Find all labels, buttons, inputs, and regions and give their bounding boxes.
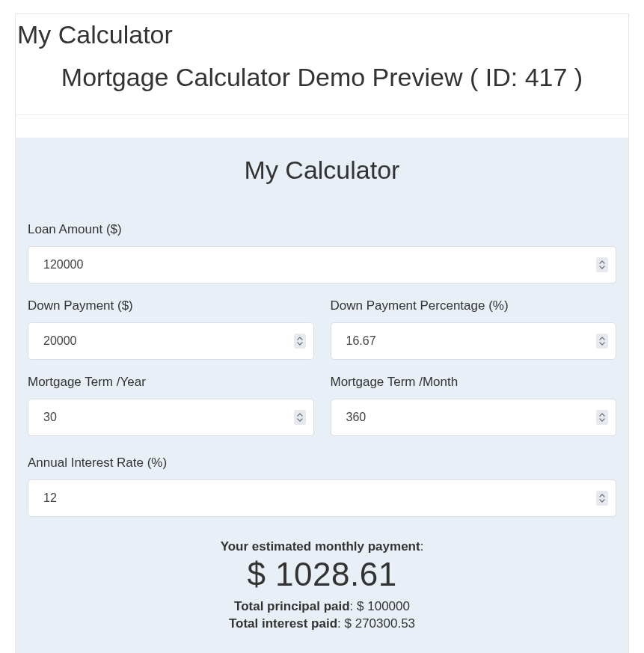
term-month-input-wrap (331, 399, 617, 436)
estimate-value: $ 1028.61 (28, 556, 616, 593)
field-loan-amount: Loan Amount ($) (28, 222, 616, 283)
field-term-year: Mortgage Term /Year (28, 375, 314, 436)
calculator-title: My Calculator (28, 156, 616, 185)
loan-amount-input-wrap (28, 246, 616, 283)
annual-rate-label: Annual Interest Rate (%) (28, 456, 616, 470)
estimate-label-line: Your estimated monthly payment: (28, 539, 616, 554)
stepper-icon[interactable] (294, 334, 306, 349)
interest-value: : $ 270300.53 (337, 616, 415, 631)
term-month-label: Mortgage Term /Month (331, 375, 617, 390)
stepper-icon[interactable] (596, 257, 608, 272)
card-header: My Calculator Mortgage Calculator Demo P… (16, 14, 628, 115)
estimate-colon: : (420, 539, 424, 554)
field-term-month: Mortgage Term /Month (331, 375, 617, 436)
principal-value: : $ 100000 (350, 599, 410, 613)
calculator-panel: My Calculator Loan Amount ($) Down Payme… (16, 138, 628, 653)
field-down-payment: Down Payment ($) (28, 298, 314, 360)
down-payment-pct-input-wrap (331, 322, 617, 360)
loan-amount-label: Loan Amount ($) (28, 222, 616, 237)
calculator-card: My Calculator Mortgage Calculator Demo P… (15, 13, 629, 653)
divider (16, 115, 628, 138)
interest-label: Total interest paid (229, 616, 337, 631)
annual-rate-input-wrap (28, 479, 616, 517)
stepper-icon[interactable] (596, 491, 608, 506)
term-year-input-wrap (28, 399, 314, 436)
stepper-icon[interactable] (596, 334, 608, 349)
interest-line: Total interest paid: $ 270300.53 (28, 616, 616, 631)
field-annual-rate: Annual Interest Rate (%) (28, 456, 616, 517)
term-year-label: Mortgage Term /Year (28, 375, 314, 390)
stepper-icon[interactable] (294, 410, 306, 425)
term-year-input[interactable] (28, 399, 313, 435)
field-down-payment-pct: Down Payment Percentage (%) (331, 298, 617, 360)
down-payment-input[interactable] (28, 323, 313, 359)
page-subtitle: Mortgage Calculator Demo Preview ( ID: 4… (16, 63, 628, 92)
down-payment-pct-input[interactable] (331, 323, 616, 359)
down-payment-input-wrap (28, 322, 314, 360)
results-block: Your estimated monthly payment: $ 1028.6… (28, 539, 616, 631)
term-month-input[interactable] (331, 399, 616, 435)
loan-amount-input[interactable] (28, 247, 616, 283)
down-payment-pct-label: Down Payment Percentage (%) (331, 298, 617, 313)
app-title: My Calculator (16, 14, 628, 49)
principal-line: Total principal paid: $ 100000 (28, 599, 616, 614)
annual-rate-input[interactable] (28, 480, 616, 516)
stepper-icon[interactable] (596, 410, 608, 425)
principal-label: Total principal paid (234, 599, 350, 613)
down-payment-label: Down Payment ($) (28, 298, 314, 313)
estimate-label: Your estimated monthly payment (221, 539, 420, 554)
